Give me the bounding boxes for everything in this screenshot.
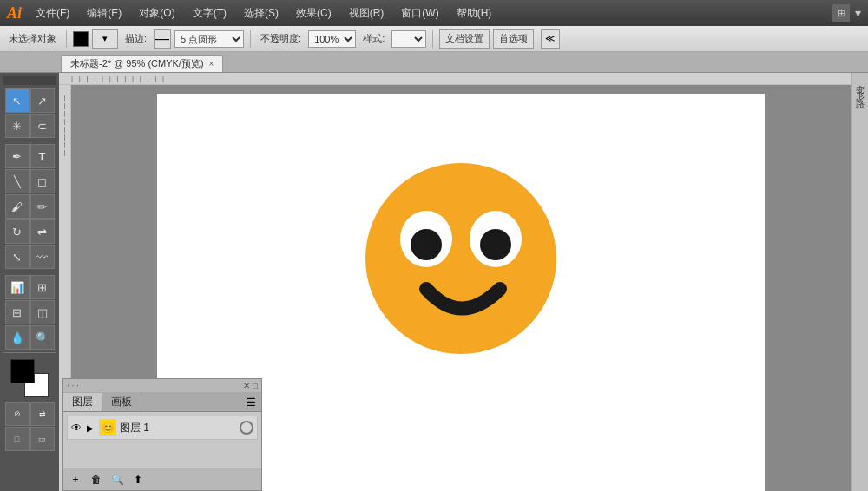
- tool-row-10: 💧 🔍: [5, 325, 55, 350]
- tool-row-mode: □ ▭: [5, 427, 55, 451]
- tool-sep-1: [3, 141, 56, 141]
- stroke-dropdown-icon: ▾: [102, 33, 108, 44]
- shape-tool[interactable]: ◻: [30, 169, 55, 193]
- layer-expand-arrow[interactable]: ▶: [87, 423, 95, 433]
- no-selection-label: 未选择对象: [5, 29, 60, 49]
- foreground-color-box[interactable]: [10, 359, 35, 383]
- titlebar-right-icons: ⊞ ▾: [832, 4, 861, 22]
- rotate-tool[interactable]: ↻: [5, 219, 30, 244]
- opacity-label: 不透明度:: [257, 29, 305, 49]
- tool-row-6: ↻ ⇌: [5, 219, 55, 244]
- screen-mode-icon[interactable]: ▭: [30, 427, 55, 451]
- ruler-marks: | | | | | | | | | | | | |: [71, 75, 164, 82]
- pen-tool[interactable]: ✒: [5, 144, 30, 168]
- stroke-dropdown[interactable]: 5 点圆形: [174, 30, 244, 48]
- normal-mode-icon[interactable]: □: [5, 427, 30, 451]
- tool-row-7: ⤡ 〰: [5, 245, 55, 269]
- ruler-left-mark8: |: [63, 148, 65, 156]
- doc-settings-button[interactable]: 文档设置: [439, 29, 490, 49]
- menu-text[interactable]: 文字(T): [189, 4, 230, 23]
- slice-tool[interactable]: ⊟: [5, 300, 30, 324]
- stroke-label: 描边:: [122, 29, 150, 49]
- ruler-left-mark6: |: [63, 133, 65, 141]
- preferences-button[interactable]: 首选项: [493, 29, 534, 49]
- type-tool[interactable]: T: [30, 144, 55, 168]
- tab-title: 未标题-2* @ 95% (CMYK/预览): [70, 57, 204, 70]
- scale-tool[interactable]: ⤡: [5, 245, 30, 269]
- menu-file[interactable]: 文件(F): [32, 4, 73, 23]
- layers-tab-layers[interactable]: 图层: [63, 393, 102, 411]
- pencil-tool[interactable]: ✏: [30, 194, 55, 219]
- graph-tool[interactable]: 📊: [5, 275, 30, 299]
- magic-wand-tool[interactable]: ✳: [5, 114, 30, 138]
- select-tool[interactable]: ↖: [5, 88, 30, 113]
- ruler-left-mark2: |: [63, 101, 65, 109]
- lasso-tool[interactable]: ⊂: [30, 114, 55, 138]
- ruler-left-mark3: |: [63, 109, 65, 117]
- layers-tab-artboards[interactable]: 画板: [102, 393, 141, 411]
- menu-select[interactable]: 选择(S): [240, 4, 282, 23]
- smiley-mouth-path: [426, 289, 500, 309]
- layers-delete-btn[interactable]: 🗑: [88, 471, 105, 488]
- layer-visibility-toggle[interactable]: 👁: [71, 422, 83, 434]
- toolbox-handle: [3, 76, 56, 85]
- reflect-tool[interactable]: ⇌: [30, 219, 55, 244]
- sep2: [250, 30, 251, 48]
- eraser-tool[interactable]: ◫: [30, 300, 55, 324]
- menu-object[interactable]: 对象(O): [135, 4, 178, 23]
- tool-sep-2: [3, 272, 56, 272]
- line-tool[interactable]: ╲: [5, 169, 30, 193]
- layers-panel-menu[interactable]: ☰: [247, 396, 261, 409]
- tool-row-9: ⊟ ◫: [5, 300, 55, 324]
- ruler-left-mark7: |: [63, 141, 65, 148]
- sep3: [432, 30, 433, 48]
- tool-row-5: 🖌 ✏: [5, 194, 55, 219]
- layers-resize-icon[interactable]: ✕ □: [243, 381, 258, 390]
- menu-edit[interactable]: 编辑(E): [83, 4, 125, 23]
- ruler-left-mark4: |: [63, 117, 65, 125]
- menu-view[interactable]: 视图(R): [345, 4, 388, 23]
- options-toolbar: 未选择对象 ▾ 描边: — 5 点圆形 不透明度: 100% 样式: 文档设置 …: [0, 26, 868, 52]
- warp-tool[interactable]: 〰: [30, 245, 55, 269]
- stroke-type-icon[interactable]: —: [154, 29, 171, 49]
- layers-content: 👁 ▶ 😊 图层 1: [63, 412, 261, 445]
- layers-drag-dots: · · ·: [67, 381, 79, 390]
- swap-colors-icon[interactable]: ⇄: [30, 402, 55, 426]
- search-icon[interactable]: ⊞: [832, 4, 850, 22]
- paintbrush-tool[interactable]: 🖌: [5, 194, 30, 219]
- color-area: [10, 359, 49, 397]
- ruler-top: | | | | | | | | | | | | |: [59, 73, 851, 85]
- tab-bar: 未标题-2* @ 95% (CMYK/预览) ×: [0, 52, 868, 73]
- tab-close-button[interactable]: ×: [209, 59, 214, 69]
- fill-none-icon[interactable]: ⊘: [5, 402, 30, 426]
- more-options-icon[interactable]: ≪: [541, 29, 560, 49]
- layers-add-layer-btn[interactable]: +: [67, 471, 84, 488]
- layer-thumbnail: 😊: [99, 419, 116, 436]
- layer-target-circle[interactable]: [240, 421, 253, 435]
- menu-window[interactable]: 窗口(W): [398, 4, 442, 23]
- direct-select-tool[interactable]: ↗: [30, 88, 55, 113]
- menu-bar: 文件(F) 编辑(E) 对象(O) 文字(T) 选择(S) 效果(C) 视图(R…: [32, 4, 495, 23]
- layer-row-1: 👁 ▶ 😊 图层 1: [67, 416, 258, 440]
- style-dropdown[interactable]: [391, 30, 426, 48]
- layers-move-up-btn[interactable]: ⬆: [129, 471, 147, 488]
- opacity-dropdown[interactable]: 100%: [308, 30, 356, 48]
- fill-color-box[interactable]: [73, 31, 89, 47]
- zoom-tool[interactable]: 🔍: [30, 325, 55, 350]
- eyedropper-tool[interactable]: 💧: [5, 325, 30, 350]
- layers-header: 图层 画板 ☰: [63, 393, 261, 412]
- stroke-selector[interactable]: ▾: [92, 29, 118, 49]
- layers-search-btn[interactable]: 🔍: [108, 471, 126, 488]
- tool-row-8: 📊 ⊞: [5, 275, 55, 299]
- tool-row-4: ╲ ◻: [5, 169, 55, 193]
- menu-effect[interactable]: 效果(C): [293, 4, 335, 23]
- layers-bottom: + 🗑 🔍 ⬆: [63, 468, 261, 490]
- layers-panel-handle[interactable]: · · · ✕ □: [63, 379, 261, 393]
- document-tab[interactable]: 未标题-2* @ 95% (CMYK/预览) ×: [61, 55, 223, 72]
- smiley-container: [365, 163, 556, 354]
- expand-icon[interactable]: ▾: [855, 6, 861, 20]
- menu-help[interactable]: 帮助(H): [453, 4, 496, 23]
- layer-name[interactable]: 图层 1: [120, 421, 236, 435]
- artboard-tool[interactable]: ⊞: [30, 275, 55, 299]
- right-panel: 变 形 路: [851, 73, 868, 491]
